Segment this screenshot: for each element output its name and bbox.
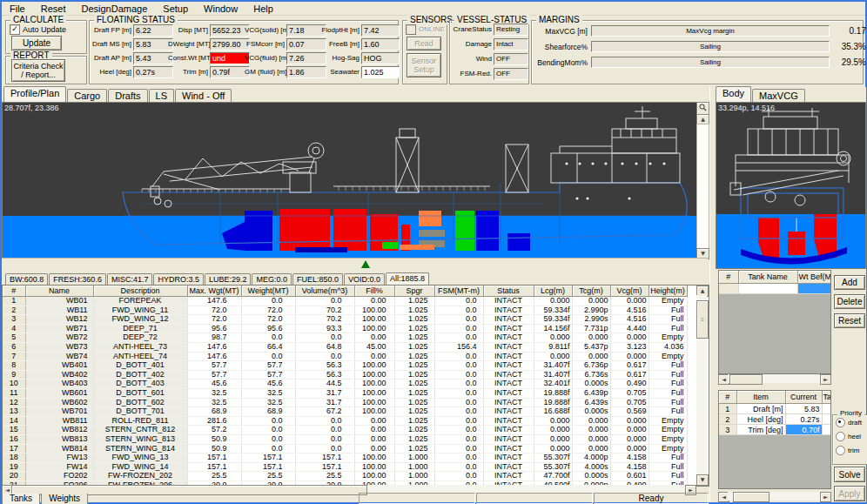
- table-cell[interactable]: 19: [3, 462, 25, 472]
- table-cell[interactable]: 0.000: [610, 416, 649, 426]
- table-cell[interactable]: Full: [649, 370, 687, 380]
- table-cell[interactable]: 0.0: [434, 426, 483, 435]
- table-cell[interactable]: 156.4: [434, 342, 483, 352]
- table-cell[interactable]: 6.439s: [572, 398, 610, 407]
- table-cell[interactable]: INTACT: [483, 416, 534, 426]
- table-cell[interactable]: 4.000s: [572, 462, 610, 472]
- table-cell[interactable]: 19.888f: [534, 388, 572, 398]
- table-cell[interactable]: 0.000: [572, 333, 610, 343]
- table-cell[interactable]: Full: [649, 398, 687, 407]
- table-cell[interactable]: 18: [3, 454, 25, 463]
- table-cell[interactable]: STERN_WING_814: [93, 444, 187, 454]
- tab-profile-plan[interactable]: Profile/Plan: [3, 86, 66, 102]
- table-cell[interactable]: 32.5: [187, 398, 241, 407]
- table-cell[interactable]: 6.736s: [572, 370, 610, 380]
- table-cell[interactable]: 0.0: [434, 444, 483, 454]
- tank-tab-misc[interactable]: MISC:41.7: [107, 273, 153, 286]
- table-cell[interactable]: 100.00: [354, 324, 394, 333]
- table-cell[interactable]: 0.00: [354, 444, 394, 454]
- table-row[interactable]: 13WB701D_BOTT_70168.968.967.2100.001.025…: [3, 407, 687, 417]
- table-cell[interactable]: 0.0: [434, 472, 483, 481]
- table-cell[interactable]: 0.00: [354, 333, 394, 343]
- table-cell[interactable]: 1.025: [394, 407, 434, 417]
- table-cell[interactable]: ANTI-HEEL_73: [93, 342, 187, 352]
- table-cell[interactable]: 57.7: [241, 361, 295, 371]
- table-cell[interactable]: 147.6: [187, 352, 241, 361]
- table-cell[interactable]: 5: [3, 333, 25, 343]
- table-cell[interactable]: 0.0: [295, 434, 354, 444]
- table-cell[interactable]: DEEP_71: [93, 324, 187, 333]
- solve-row-trim[interactable]: 3 Trim [deg] 0.70f: [719, 425, 830, 435]
- table-cell[interactable]: Full: [649, 388, 687, 398]
- table-cell[interactable]: 0.000: [534, 444, 572, 454]
- online-checkbox[interactable]: ONLINE: [406, 24, 445, 35]
- table-cell[interactable]: 1.025: [394, 388, 434, 398]
- table-cell[interactable]: 0.0: [241, 297, 295, 306]
- table-cell[interactable]: 281.6: [187, 416, 241, 426]
- table-cell[interactable]: 50.9: [187, 434, 241, 444]
- table-cell[interactable]: 31.7: [295, 398, 354, 407]
- table-cell[interactable]: 66.4: [241, 342, 295, 352]
- table-cell[interactable]: 0.000: [534, 434, 572, 444]
- table-cell[interactable]: Full: [649, 315, 687, 325]
- table-cell[interactable]: D_BOTT_602: [93, 398, 187, 407]
- table-cell[interactable]: 1.025: [394, 370, 434, 380]
- radio-heel[interactable]: [836, 432, 845, 441]
- table-cell[interactable]: 0.000: [572, 352, 610, 361]
- table-cell[interactable]: INTACT: [483, 361, 534, 371]
- table-cell[interactable]: WB401: [25, 361, 93, 371]
- table-cell[interactable]: INTACT: [483, 370, 534, 380]
- table-cell[interactable]: Empty: [649, 416, 687, 426]
- table-cell[interactable]: 57.7: [187, 370, 241, 380]
- table-cell[interactable]: 25.5: [295, 472, 354, 481]
- table-row[interactable]: 5WB72DEEP_7298.70.00.00.001.0250.0INTACT…: [3, 333, 687, 343]
- target-cell-num[interactable]: [719, 284, 738, 294]
- table-cell[interactable]: 32.401f: [534, 380, 572, 389]
- table-cell[interactable]: WB602: [25, 398, 93, 407]
- table-cell[interactable]: 0.00: [354, 426, 394, 435]
- table-cell[interactable]: 0.601: [610, 472, 649, 481]
- table-cell[interactable]: 0.000: [534, 416, 572, 426]
- table-cell[interactable]: INTACT: [483, 342, 534, 352]
- table-cell[interactable]: 0.000: [572, 297, 610, 306]
- table-cell[interactable]: FWD_WING_14: [93, 462, 187, 472]
- table-cell[interactable]: FW14: [25, 462, 93, 472]
- table-cell[interactable]: 16: [3, 434, 25, 444]
- table-cell[interactable]: 13: [3, 407, 25, 417]
- table-cell[interactable]: 0.0: [295, 297, 354, 306]
- col-header-num[interactable]: #: [3, 286, 25, 297]
- table-cell[interactable]: 4.440: [610, 324, 649, 333]
- table-cell[interactable]: INTACT: [483, 380, 534, 389]
- table-cell[interactable]: 0.00: [354, 297, 394, 306]
- tank-tab-lube[interactable]: LUBE:29.2: [205, 273, 252, 286]
- solve-button[interactable]: Solve: [834, 467, 865, 482]
- col-header-volume[interactable]: Volume(m^3): [295, 286, 354, 297]
- table-cell[interactable]: 0.000: [610, 426, 649, 435]
- table-cell[interactable]: 45.6: [187, 380, 241, 389]
- apply-button[interactable]: Apply: [834, 486, 865, 501]
- table-cell[interactable]: 1.025: [394, 324, 434, 333]
- priority-heel-radio[interactable]: heel: [836, 432, 861, 441]
- table-cell[interactable]: 0.617: [610, 370, 649, 380]
- table-cell[interactable]: 100.00: [354, 361, 394, 371]
- table-row[interactable]: 19FW14FWD_WING_14157.1157.1157.1100.001.…: [3, 462, 687, 472]
- table-cell[interactable]: Full: [649, 454, 687, 463]
- table-cell[interactable]: 6.736p: [572, 361, 610, 371]
- solve-cell-num[interactable]: 1: [719, 404, 736, 414]
- table-cell[interactable]: WB74: [25, 352, 93, 361]
- col-header-status[interactable]: Status: [483, 286, 534, 297]
- table-cell[interactable]: 0.0: [434, 324, 483, 333]
- col-header-description[interactable]: Description: [93, 286, 187, 297]
- table-cell[interactable]: 10: [3, 380, 25, 389]
- solve-col-item[interactable]: Item: [736, 391, 785, 404]
- table-row[interactable]: 1WB01FOREPEAK147.60.00.00.001.0250.0INTA…: [3, 297, 687, 306]
- table-cell[interactable]: 98.7: [187, 333, 241, 343]
- table-cell[interactable]: 4.516: [610, 306, 649, 315]
- table-cell[interactable]: 1.025: [394, 361, 434, 371]
- table-cell[interactable]: 0.000: [534, 333, 572, 343]
- menu-help[interactable]: Help: [245, 3, 281, 14]
- table-cell[interactable]: 100.00: [354, 388, 394, 398]
- table-cell[interactable]: 5.437p: [572, 342, 610, 352]
- table-cell[interactable]: INTACT: [483, 462, 534, 472]
- table-cell[interactable]: 47.700f: [534, 472, 572, 481]
